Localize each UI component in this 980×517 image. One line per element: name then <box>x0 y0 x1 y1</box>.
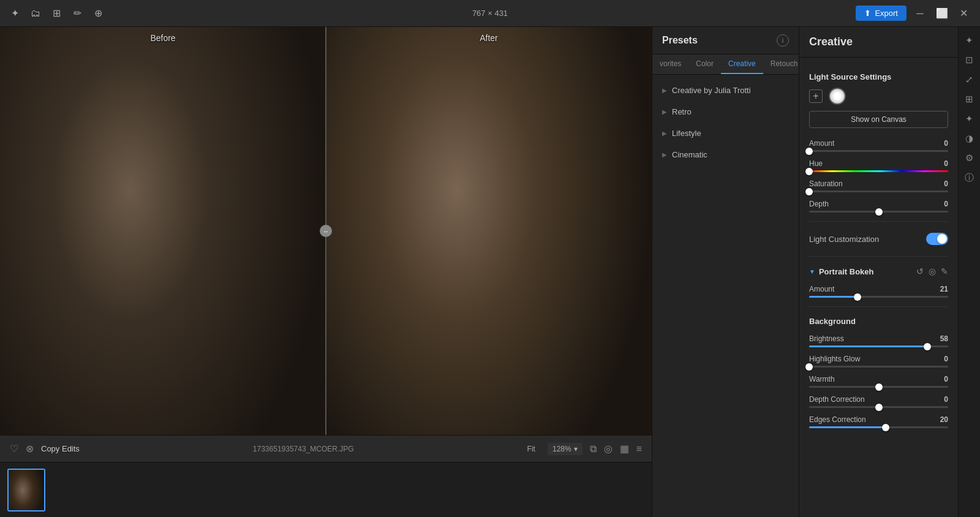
warmth-value: 0 <box>944 375 948 383</box>
crop-icon[interactable]: ⊡ <box>961 51 978 69</box>
brightness-slider-fill <box>809 345 927 347</box>
preset-label: Retro <box>672 107 692 116</box>
bokeh-amount-value: 21 <box>940 285 948 293</box>
depth-value: 0 <box>944 200 948 208</box>
depth-correction-slider-thumb[interactable] <box>875 404 883 411</box>
depth-slider-thumb[interactable] <box>875 208 883 216</box>
light-customization-label: Light Customization <box>809 235 879 244</box>
bokeh-amount-slider-track[interactable] <box>809 296 948 298</box>
copy-edits-button[interactable]: Copy Edits <box>41 444 80 453</box>
preset-item-lifestyle[interactable]: ▶ Lifestyle <box>652 123 799 144</box>
amount-label-row: Amount 0 <box>809 139 948 148</box>
highlights-glow-slider-row: Highlights Glow 0 <box>799 351 958 371</box>
maximize-button[interactable]: ⬜ <box>933 5 951 22</box>
tab-retouch[interactable]: Retouch <box>763 55 799 74</box>
brightness-slider-thumb[interactable] <box>924 343 931 350</box>
preset-item-retro[interactable]: ▶ Retro <box>652 101 799 123</box>
eye-toggle-icon[interactable]: ◎ <box>929 266 936 276</box>
presets-info-icon[interactable]: i <box>777 34 789 47</box>
warmth-slider-track[interactable] <box>809 386 948 388</box>
settings-icon[interactable]: ⓘ <box>961 169 978 186</box>
preset-label: Lifestyle <box>672 129 701 138</box>
canvas-image-container[interactable]: ↔ <box>0 27 652 435</box>
brightness-slider-track[interactable] <box>809 345 948 347</box>
fit-button[interactable]: Fit <box>527 445 535 453</box>
brush-icon[interactable]: ✏ <box>70 6 85 21</box>
hue-slider-track[interactable] <box>809 170 948 172</box>
preset-item-cinematic[interactable]: ▶ Cinematic <box>652 144 799 165</box>
mask-icon[interactable]: ◑ <box>961 130 978 147</box>
far-right-strip: ✦ ⊡ ⤢ ⊞ ✦ ◑ ⚙ ⓘ <box>958 27 980 517</box>
highlights-glow-slider-track[interactable] <box>809 366 948 368</box>
background-header[interactable]: Background <box>799 312 958 331</box>
depth-label: Depth <box>809 200 829 208</box>
presets-header: Presets i <box>652 27 799 55</box>
star-icon[interactable]: ✦ <box>961 32 978 49</box>
depth-correction-slider-row: Depth Correction 0 <box>799 391 958 412</box>
image-after <box>326 27 652 435</box>
edit-icon[interactable]: ✎ <box>941 266 948 276</box>
split-divider[interactable]: ↔ <box>325 27 326 435</box>
warmth-slider-thumb[interactable] <box>875 383 883 391</box>
topbar: ✦ 🗂 ⊞ ✏ ⊕ 767 × 431 ⬆ Export ─ ⬜ ✕ <box>0 0 980 27</box>
histogram-icon[interactable]: ▦ <box>620 443 629 455</box>
thumbnail-item[interactable] <box>7 469 45 511</box>
thumbnail-strip <box>0 462 652 517</box>
tab-favorites[interactable]: vorites <box>652 55 688 74</box>
add-light-button[interactable]: + <box>809 89 823 103</box>
transform-icon[interactable]: ⤢ <box>961 71 978 88</box>
bokeh-amount-slider-thumb[interactable] <box>854 293 861 301</box>
export-label: Export <box>875 9 898 18</box>
healing-icon[interactable]: ✦ <box>961 110 978 127</box>
info-icon[interactable]: ≡ <box>636 443 642 455</box>
minimize-button[interactable]: ─ <box>911 5 929 22</box>
brightness-label-row: Brightness 58 <box>809 334 948 343</box>
eye-icon[interactable]: ◎ <box>604 443 612 455</box>
chevron-down-icon: ▾ <box>574 445 578 453</box>
presets-tabs: vorites Color Creative Retouch Extern... <box>652 55 799 75</box>
edges-correction-slider-track[interactable] <box>809 426 948 428</box>
adjust-icon[interactable]: ⚙ <box>961 149 978 167</box>
depth-correction-slider-track[interactable] <box>809 406 948 408</box>
show-canvas-button[interactable]: Show on Canvas <box>809 111 948 128</box>
zoom-selector[interactable]: 128% ▾ <box>548 443 582 455</box>
compare-icon[interactable]: ⧉ <box>590 443 597 455</box>
reset-icon[interactable]: ↺ <box>916 266 924 276</box>
amount-label: Amount <box>809 139 834 148</box>
split-handle[interactable]: ↔ <box>320 225 332 237</box>
preset-item-julia[interactable]: ▶ Creative by Julia Trotti <box>652 80 799 101</box>
preset-label: Cinematic <box>672 150 707 159</box>
export-button[interactable]: ⬆ Export <box>856 6 907 21</box>
light-source-section: Light Source Settings + Show on Canvas <box>799 65 958 135</box>
search-icon[interactable]: ⊕ <box>91 6 105 21</box>
x-circle-icon[interactable]: ⊗ <box>26 443 34 455</box>
saturation-slider-thumb[interactable] <box>805 188 813 195</box>
close-button[interactable]: ✕ <box>956 5 973 22</box>
edges-correction-slider-fill <box>809 426 886 428</box>
depth-slider-track[interactable] <box>809 211 948 213</box>
zoom-value: 128% <box>552 445 571 453</box>
settings-header: Creative <box>799 27 958 58</box>
portrait-bokeh-header[interactable]: ▼ Portrait Bokeh ↺ ◎ ✎ <box>799 262 958 281</box>
divider-3 <box>809 306 948 307</box>
hue-slider-thumb[interactable] <box>805 168 813 175</box>
saturation-value: 0 <box>944 179 948 188</box>
sparkle-icon[interactable]: ✦ <box>7 6 22 21</box>
after-image-content <box>326 27 652 435</box>
highlights-glow-value: 0 <box>944 355 948 363</box>
light-customization-toggle[interactable] <box>926 233 948 245</box>
saturation-slider-track[interactable] <box>809 191 948 192</box>
folder-icon[interactable]: 🗂 <box>28 6 43 21</box>
amount-slider-track[interactable] <box>809 150 948 152</box>
grid-icon[interactable]: ⊞ <box>49 6 64 21</box>
highlights-glow-slider-thumb[interactable] <box>805 363 813 371</box>
heart-icon[interactable]: ♡ <box>10 443 18 455</box>
tab-color[interactable]: Color <box>688 55 721 74</box>
tab-creative[interactable]: Creative <box>721 55 763 74</box>
grid-overlay-icon[interactable]: ⊞ <box>961 91 978 108</box>
presets-panel: Presets i vorites Color Creative Retouch… <box>652 27 799 517</box>
divider-2 <box>809 256 948 257</box>
edges-correction-slider-thumb[interactable] <box>882 424 889 431</box>
light-source-circle[interactable] <box>829 88 846 105</box>
amount-slider-thumb[interactable] <box>805 148 813 155</box>
